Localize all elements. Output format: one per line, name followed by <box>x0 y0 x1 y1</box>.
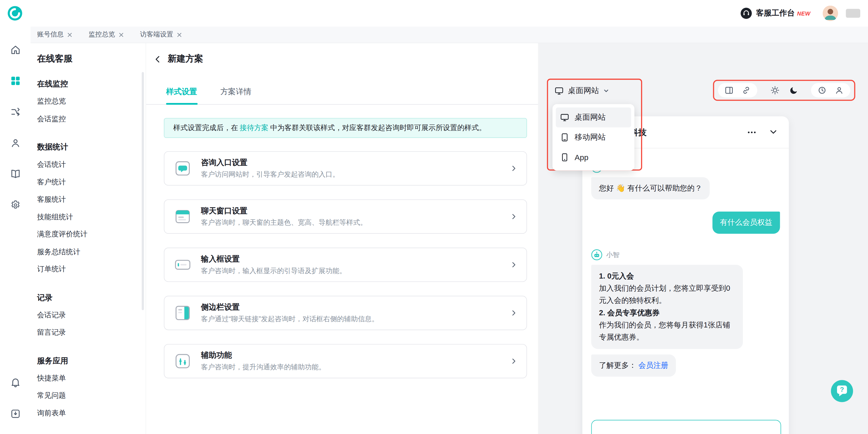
card-title: 侧边栏设置 <box>201 302 378 312</box>
tabs-divider <box>146 104 538 105</box>
sidebar-item-session-monitor[interactable]: 会话监控 <box>37 110 146 127</box>
sidebar-item-session-records[interactable]: 会话记录 <box>37 306 146 323</box>
sidebar-scrollbar[interactable] <box>142 72 144 310</box>
card-desc: 客户咨询时，输入框显示的引导语及扩展功能。 <box>201 266 346 276</box>
rich-line: 加入我们的会员计划，您将立即享受到0元入会的独特权利。 <box>599 283 735 307</box>
history-icon[interactable] <box>817 86 826 95</box>
close-icon[interactable] <box>177 32 182 37</box>
sidebar-item-skillgroup-stats[interactable]: 技能组统计 <box>37 208 146 225</box>
mobile-site-icon <box>560 133 569 142</box>
info-banner: 样式设置完成后，在接待方案中为客群关联该样式，对应客群发起咨询时即可展示所设置的… <box>164 118 527 138</box>
card-title: 咨询入口设置 <box>201 157 339 168</box>
panel-layout-icon[interactable] <box>724 86 733 95</box>
moon-icon[interactable] <box>789 86 798 95</box>
sidebar-item-quick-menu[interactable]: 快捷菜单 <box>37 369 146 386</box>
app-window: 客服工作台 NEW 账号信息 监控总览 访客端设置 <box>0 0 868 434</box>
workspace-tabstrip: 账号信息 监控总览 访客端设置 <box>31 27 868 43</box>
desktop-icon <box>560 113 569 122</box>
app-icon <box>560 153 569 162</box>
card-assist[interactable]: 辅助功能 客户咨询时，提升沟通效率的辅助功能。 <box>164 344 527 378</box>
page-title: 新建方案 <box>168 53 203 65</box>
sidebar-section-stats: 数据统计 会话统计 客户统计 客服统计 技能组统计 满意度评价统计 服务总结统计… <box>37 138 146 278</box>
workspace-tab-monitor[interactable]: 监控总览 <box>89 30 124 39</box>
menu-item-label: 桌面网站 <box>575 113 606 123</box>
sidebar-section-records: 记录 会话记录 留言记录 <box>37 288 146 341</box>
icon-rail <box>0 27 31 434</box>
sidebar-section-header: 在线监控 <box>37 75 146 93</box>
sidebar-section-header: 服务应用 <box>37 351 146 369</box>
tab-plan-details[interactable]: 方案详情 <box>220 87 251 97</box>
customer-icon[interactable] <box>9 137 21 148</box>
card-chat-window[interactable]: 聊天窗口设置 客户咨询时，聊天窗的主题色、宽高、导航栏等样式。 <box>164 199 527 234</box>
workbench-label[interactable]: 客服工作台 <box>756 8 795 18</box>
tab-style-settings[interactable]: 样式设置 <box>166 87 197 97</box>
close-icon[interactable] <box>119 32 123 37</box>
topbar: 客服工作台 NEW <box>0 0 868 27</box>
workspace-tab-label: 账号信息 <box>37 30 64 39</box>
device-selector[interactable]: 桌面网站 <box>548 80 641 96</box>
menu-item-label: 移动网站 <box>575 133 606 143</box>
sidebar-item-satisfaction-stats[interactable]: 满意度评价统计 <box>37 226 146 243</box>
sidebar-item-agent-stats[interactable]: 客服统计 <box>37 191 146 208</box>
sidebar-item-monitor-overview[interactable]: 监控总览 <box>37 93 146 110</box>
book-icon[interactable] <box>9 168 21 179</box>
ellipsis-icon[interactable] <box>747 127 757 138</box>
chevron-down-icon[interactable] <box>769 127 779 138</box>
chevron-right-icon <box>510 165 518 172</box>
download-icon[interactable] <box>9 408 21 419</box>
sun-icon[interactable] <box>770 86 779 95</box>
card-title: 输入框设置 <box>201 254 346 264</box>
user-message-bubble: 有什么会员权益 <box>712 211 780 234</box>
reception-plan-link[interactable]: 接待方案 <box>240 124 268 132</box>
sidebar-section-monitor: 在线监控 监控总览 会话监控 <box>37 75 146 127</box>
apps-icon[interactable] <box>9 75 21 86</box>
menu-item-desktop[interactable]: 桌面网站 <box>556 107 631 127</box>
workspace-tab-visitor-settings[interactable]: 访客端设置 <box>140 30 182 39</box>
home-icon[interactable] <box>9 44 21 55</box>
sidebar-item-message-records[interactable]: 留言记录 <box>37 323 146 341</box>
layout-pill <box>718 83 757 97</box>
contact-icon[interactable] <box>835 86 844 95</box>
chevron-right-icon <box>510 309 518 317</box>
help-fab-button[interactable]: ? <box>830 379 854 403</box>
bot-name: 小智 <box>606 250 619 259</box>
sidebar-item-order-stats[interactable]: 订单统计 <box>37 260 146 278</box>
gear-icon[interactable] <box>9 199 21 210</box>
side-panel-icon <box>173 303 192 322</box>
chat-input[interactable] <box>591 420 781 434</box>
sidebar-item-faq[interactable]: 常见问题 <box>37 387 146 404</box>
more-text: 了解更多： <box>599 361 637 369</box>
app-logo-icon[interactable] <box>7 5 23 21</box>
sidebar-item-preform[interactable]: 询前表单 <box>37 404 146 421</box>
bell-icon[interactable] <box>9 377 21 388</box>
card-title: 聊天窗口设置 <box>201 206 367 216</box>
sidebar-item-customer-stats[interactable]: 客户统计 <box>37 173 146 191</box>
desktop-icon <box>555 86 563 95</box>
menu-item-app[interactable]: App <box>556 147 631 167</box>
card-consult-entry[interactable]: 咨询入口设置 客户访问网站时，引导客户发起咨询的入口。 <box>164 151 527 186</box>
consult-entry-icon <box>173 159 192 178</box>
close-icon[interactable] <box>67 32 72 37</box>
bot-more-bubble: 了解更多： 会员注册 <box>591 355 676 377</box>
main-content: 新建方案 样式设置 方案详情 样式设置完成后，在接待方案中为客群关联该样式，对应… <box>146 43 538 434</box>
card-desc: 客户咨询时，聊天窗的主题色、宽高、导航栏等样式。 <box>201 218 367 227</box>
banner-text: 样式设置完成后，在 <box>173 124 238 132</box>
back-button[interactable] <box>153 55 162 63</box>
utility-pill <box>811 83 850 97</box>
card-desc: 客户访问网站时，引导客户发起咨询的入口。 <box>201 170 339 179</box>
workspace-tab-account[interactable]: 账号信息 <box>37 30 72 39</box>
sidebar-item-session-stats[interactable]: 会话统计 <box>37 156 146 173</box>
card-side-panel[interactable]: 侧边栏设置 客户通过“聊天链接”发起咨询时，对话框右侧的辅助信息。 <box>164 296 527 330</box>
menu-item-mobile-site[interactable]: 移动网站 <box>556 127 631 147</box>
member-register-link[interactable]: 会员注册 <box>639 361 669 369</box>
chevron-right-icon <box>510 212 518 220</box>
link-icon[interactable] <box>742 86 751 95</box>
flow-icon[interactable] <box>9 106 21 117</box>
caret-down-icon <box>603 88 609 94</box>
collapsed-widget <box>846 9 860 18</box>
device-selector-value: 桌面网站 <box>568 86 599 96</box>
user-avatar[interactable] <box>823 5 838 21</box>
card-input-box[interactable]: 输入框设置 客户咨询时，输入框显示的引导语及扩展功能。 <box>164 248 527 282</box>
sidebar-item-summary-stats[interactable]: 服务总结统计 <box>37 243 146 260</box>
sidebar-section-apps: 服务应用 快捷菜单 常见问题 询前表单 <box>37 351 146 422</box>
